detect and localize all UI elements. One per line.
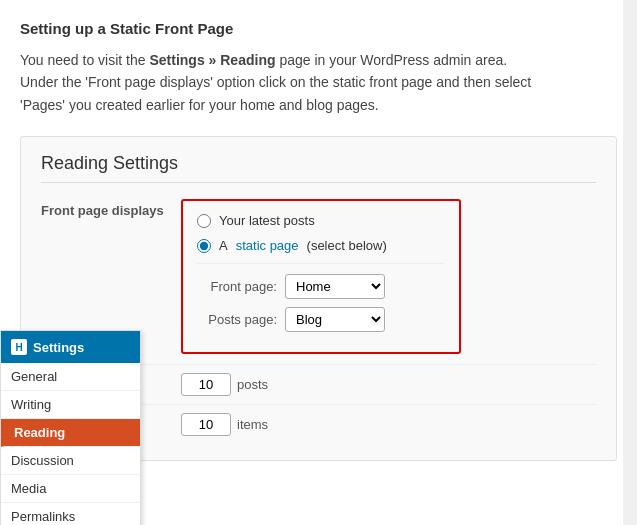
settings-reading-bold: Settings » Reading	[149, 52, 275, 68]
radio-static-page[interactable]: A static page (select below)	[197, 238, 445, 253]
front-page-select[interactable]: Home About Contact Blog	[285, 274, 385, 299]
sidebar-header-label: Settings	[33, 340, 84, 355]
sidebar-menu: General Writing Reading Discussion Media…	[1, 363, 140, 525]
page-title: Setting up a Static Front Page	[20, 20, 617, 37]
radio-group: Your latest posts A static page (select …	[181, 199, 461, 354]
sidebar-item-writing[interactable]: Writing	[1, 391, 140, 419]
posts-page-sub-label: Posts page:	[197, 312, 277, 327]
sidebar-item-discussion[interactable]: Discussion	[1, 447, 140, 475]
posts-page-sub-row: Posts page: Blog Home About Contact	[197, 307, 445, 332]
posts-count-suffix: posts	[237, 377, 268, 392]
posts-count-input[interactable]	[181, 373, 231, 396]
front-page-label: Front page displays	[41, 199, 181, 218]
sidebar-item-reading[interactable]: Reading	[1, 419, 140, 447]
settings-control: Your latest posts A static page (select …	[181, 199, 596, 354]
settings-box-title: Reading Settings	[41, 153, 596, 183]
scrollbar[interactable]	[623, 0, 637, 525]
radio-static-page-prefix: A	[219, 238, 228, 253]
intro-paragraph-1: You need to visit the Settings » Reading…	[20, 49, 617, 116]
items-count-input[interactable]	[181, 413, 231, 436]
sidebar-item-permalinks[interactable]: Permalinks	[1, 503, 140, 525]
radio-static-page-input[interactable]	[197, 239, 211, 253]
items-count-suffix: items	[237, 417, 268, 432]
sidebar-item-media[interactable]: Media	[1, 475, 140, 503]
radio-static-page-suffix: (select below)	[307, 238, 387, 253]
radio-latest-posts-label: Your latest posts	[219, 213, 315, 228]
radio-latest-posts[interactable]: Your latest posts	[197, 213, 445, 228]
page-wrapper: Setting up a Static Front Page You need …	[0, 0, 637, 525]
posts-page-select[interactable]: Blog Home About Contact	[285, 307, 385, 332]
sidebar-item-general[interactable]: General	[1, 363, 140, 391]
sidebar-header: H Settings	[1, 331, 140, 363]
sidebar: H Settings General Writing Reading Discu…	[0, 330, 141, 525]
static-page-link[interactable]: static page	[236, 238, 299, 253]
settings-icon: H	[11, 339, 27, 355]
radio-latest-posts-input[interactable]	[197, 214, 211, 228]
front-page-sub-row: Front page: Home About Contact Blog	[197, 274, 445, 299]
sub-options: Front page: Home About Contact Blog Post…	[197, 263, 445, 332]
front-page-sub-label: Front page:	[197, 279, 277, 294]
